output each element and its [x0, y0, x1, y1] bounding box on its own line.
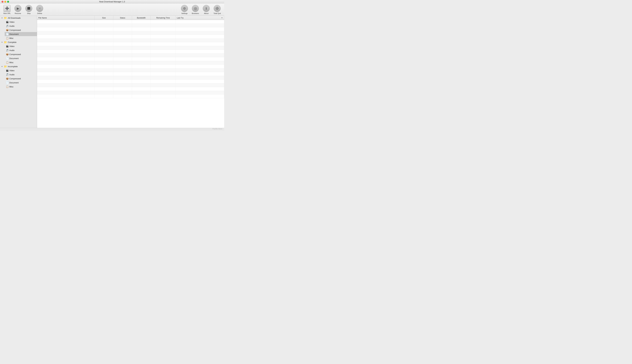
maximize-button[interactable] [7, 1, 9, 3]
delete-button[interactable]: ✕ Delete [34, 4, 45, 15]
compressed-icon: 📦 [6, 29, 9, 31]
col-header-remaining[interactable]: Remaining Time [151, 16, 176, 20]
table-row[interactable] [37, 24, 224, 28]
cell-last-try [176, 31, 224, 35]
cell-remaining [151, 31, 176, 35]
sidebar-item-incomplete-document[interactable]: 📄 Document [5, 80, 37, 84]
cell-status [113, 68, 132, 72]
cell-file-name [37, 91, 95, 94]
misc-icon: 📋 [6, 37, 9, 39]
table-row[interactable] [37, 94, 224, 98]
cell-remaining [151, 68, 176, 72]
close-button[interactable] [2, 1, 4, 3]
cell-file-name [37, 31, 95, 35]
sidebar-item-all-video[interactable]: 🎬 Video [5, 20, 37, 24]
col-header-last-try[interactable]: Last Try ▼ [176, 16, 224, 20]
cell-size [95, 42, 113, 46]
sidebar-item-incomplete-video[interactable]: 🎬 Video [5, 68, 37, 72]
minimize-button[interactable] [4, 1, 6, 3]
stop-button[interactable]: ⬛ Stop [23, 4, 34, 15]
title-bar: Neat Download Manager 1.3 [0, 0, 224, 4]
sidebar-group-all-downloads: ▼ 📁 All Downloads 🎬 Video 🎵 Audio 📦 Comp… [0, 16, 37, 40]
sidebar-label-all-audio: Audio [9, 25, 15, 27]
table-row[interactable] [37, 65, 224, 68]
col-header-file-name[interactable]: File Name [37, 16, 95, 20]
cell-size [95, 46, 113, 50]
total-quit-button[interactable]: ⏻ Total Quit [212, 4, 223, 15]
cell-file-name [37, 72, 95, 76]
table-row[interactable] [37, 35, 224, 38]
table-row[interactable] [37, 38, 224, 42]
table-row[interactable] [37, 54, 224, 57]
stop-label: Stop [27, 12, 31, 14]
sidebar-item-all-misc[interactable]: 📋 Misc [5, 36, 37, 40]
cell-size [95, 94, 113, 98]
sidebar-item-incomplete-audio[interactable]: 🎵 Audio [5, 72, 37, 76]
sidebar-item-complete-compressed[interactable]: 📦 Compressed [5, 52, 37, 56]
settings-button[interactable]: ⚙ Settings [179, 4, 190, 15]
about-button[interactable]: ℹ About [201, 4, 212, 15]
bottom-bar: Panfile.Store [0, 128, 224, 131]
sidebar-group-complete: ▼ 📁 Complete 🎬 Video 🎵 Audio 📦 Compresse… [0, 40, 37, 64]
cell-bandwidth [132, 80, 151, 83]
sidebar-item-all-audio[interactable]: 🎵 Audio [5, 24, 37, 28]
sidebar-item-all-document[interactable]: 📄 Document [5, 32, 37, 36]
col-header-size[interactable]: Size [95, 16, 113, 20]
cell-remaining [151, 20, 176, 24]
sidebar-group-incomplete: ▼ 📁 Incomplete 🎬 Video 🎵 Audio 📦 Compres… [0, 64, 37, 89]
sidebar-item-incomplete[interactable]: ▼ 📁 Incomplete [0, 64, 37, 68]
stop-icon: ⬛ [25, 5, 32, 12]
cell-file-name [37, 87, 95, 91]
table-row[interactable] [37, 87, 224, 91]
delete-icon: ✕ [36, 5, 43, 12]
table-row[interactable] [37, 57, 224, 61]
sidebar-item-incomplete-misc[interactable]: 📋 Misc [5, 84, 37, 89]
sidebar-label-complete-misc: Misc [9, 61, 14, 64]
resume-button[interactable]: ▶ Resume [13, 4, 23, 15]
table-row[interactable] [37, 20, 224, 24]
cell-file-name [37, 84, 95, 87]
table-row[interactable] [37, 68, 224, 72]
sidebar-item-all-compressed[interactable]: 📦 Compressed [5, 28, 37, 32]
sidebar-item-complete-misc[interactable]: 📋 Misc [5, 60, 37, 64]
cell-file-name [37, 46, 95, 50]
cell-size [95, 54, 113, 57]
folder-icon: 📁 [4, 41, 7, 44]
sidebar-item-all-downloads[interactable]: ▼ 📁 All Downloads [0, 16, 37, 20]
cell-size [95, 24, 113, 27]
table-row[interactable] [37, 84, 224, 87]
sidebar-item-complete-video[interactable]: 🎬 Video [5, 44, 37, 48]
table-row[interactable] [37, 76, 224, 80]
cell-remaining [151, 94, 176, 98]
cell-bandwidth [132, 38, 151, 42]
sidebar-label-all-document: Document [9, 33, 19, 35]
table-row[interactable] [37, 72, 224, 76]
table-row[interactable] [37, 61, 224, 65]
sidebar-item-complete-document[interactable]: 📄 Document [5, 56, 37, 60]
cell-file-name [37, 68, 95, 72]
col-header-status[interactable]: Status [113, 16, 132, 20]
document-icon: 📄 [6, 57, 9, 60]
table-row[interactable] [37, 46, 224, 50]
table-row[interactable] [37, 42, 224, 46]
sidebar-item-complete[interactable]: ▼ 📁 Complete [0, 40, 37, 44]
cell-remaining [151, 24, 176, 27]
cell-last-try [176, 84, 224, 87]
sidebar-item-complete-audio[interactable]: 🎵 Audio [5, 48, 37, 52]
table-row[interactable] [37, 28, 224, 31]
cell-bandwidth [132, 24, 151, 27]
cell-remaining [151, 38, 176, 42]
settings-label: Settings [181, 12, 188, 14]
cell-status [113, 72, 132, 76]
table-row[interactable] [37, 91, 224, 94]
table-row[interactable] [37, 50, 224, 54]
sidebar: ▼ 📁 All Downloads 🎬 Video 🎵 Audio 📦 Comp… [0, 16, 37, 128]
misc-icon: 📋 [6, 61, 9, 64]
sidebar-item-incomplete-compressed[interactable]: 📦 Compressed [5, 76, 37, 80]
col-header-bandwidth[interactable]: Bandwidth [132, 16, 151, 20]
new-url-button[interactable]: ➕ New URL [2, 4, 13, 15]
table-row[interactable] [37, 80, 224, 84]
browsers-button[interactable]: ◎ Browsers [190, 4, 201, 15]
table-row[interactable] [37, 31, 224, 35]
cell-remaining [151, 61, 176, 64]
